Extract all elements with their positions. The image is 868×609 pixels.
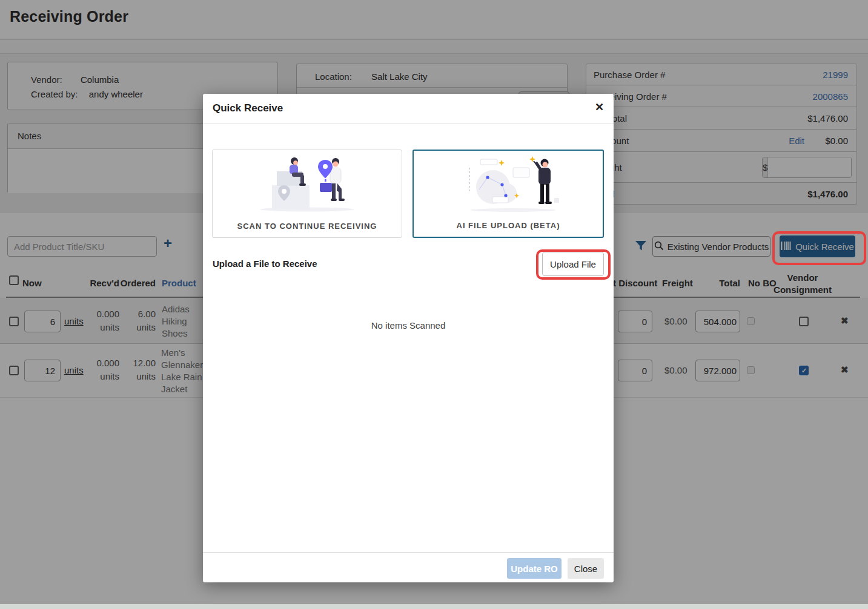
empty-state-text: No items Scanned: [203, 320, 614, 331]
close-icon[interactable]: ✕: [595, 102, 604, 113]
ai-upload-illustration: [442, 156, 575, 216]
modal-footer: Update RO Close: [203, 552, 614, 582]
close-button[interactable]: Close: [568, 558, 604, 579]
scan-illustration: [240, 155, 374, 215]
ai-file-upload-card[interactable]: AI FILE UPLOAD (BETA): [412, 150, 604, 238]
upload-section-label: Upload a File to Receive: [213, 258, 317, 269]
modal-title: Quick Receive: [213, 102, 283, 114]
quick-receive-modal: Quick Receive ✕: [203, 94, 614, 582]
scan-card-label: SCAN TO CONTINUE RECEIVING: [213, 222, 402, 231]
update-ro-button[interactable]: Update RO: [507, 558, 562, 579]
modal-header: Quick Receive ✕: [203, 94, 614, 124]
upload-file-button[interactable]: Upload File: [542, 252, 604, 276]
scan-to-continue-card[interactable]: SCAN TO CONTINUE RECEIVING: [212, 150, 402, 238]
horizontal-scrollbar[interactable]: [0, 604, 868, 609]
ai-card-label: AI FILE UPLOAD (BETA): [414, 221, 603, 230]
